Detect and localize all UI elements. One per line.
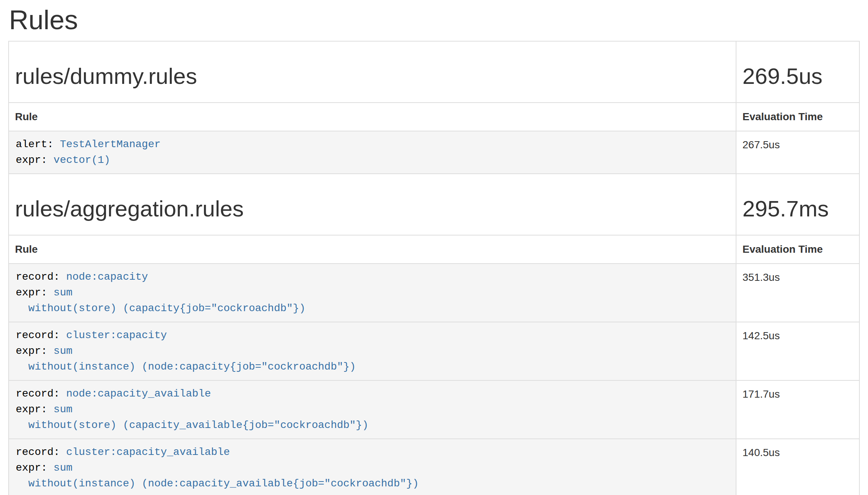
rules-table: rules/dummy.rules 269.5us Rule Evaluatio…: [8, 41, 860, 495]
rule-group-header-row: rules/aggregation.rules 295.7ms: [9, 174, 859, 235]
rule-group-file: rules/dummy.rules: [15, 64, 730, 89]
rule-definition-cell: record: node:capacity expr: sum without(…: [9, 264, 736, 322]
rule-definition-cell: alert: TestAlertManager expr: vector(1): [9, 131, 736, 174]
rule-row: alert: TestAlertManager expr: vector(1) …: [9, 131, 859, 174]
rule-group-eval-time: 295.7ms: [742, 197, 853, 221]
rule-eval-time: 267.5us: [736, 131, 859, 174]
rule-field-key: record:: [16, 388, 60, 400]
rule-eval-time: 351.3us: [736, 264, 859, 322]
rule-value-link[interactable]: sum without(store) (capacity_available{j…: [16, 404, 368, 431]
column-header-row: Rule Evaluation Time: [9, 235, 859, 264]
rule-field-key: expr:: [16, 345, 47, 357]
rule-eval-time: 171.7us: [736, 380, 859, 439]
rule-value-link[interactable]: vector(1): [54, 154, 110, 166]
column-header-row: Rule Evaluation Time: [9, 103, 859, 131]
rule-definition-cell: record: node:capacity_available expr: su…: [9, 380, 736, 439]
rule-field-key: record:: [16, 446, 60, 458]
rule-definition: record: node:capacity expr: sum without(…: [16, 269, 729, 316]
rule-definition: record: cluster:capacity expr: sum witho…: [16, 328, 729, 375]
rule-value-link[interactable]: sum without(store) (capacity{job="cockro…: [16, 287, 305, 314]
rule-field-key: expr:: [16, 404, 47, 415]
rule-definition-cell: record: cluster:capacity expr: sum witho…: [9, 322, 736, 380]
rule-group-file-cell: rules/dummy.rules: [9, 41, 736, 103]
rule-group-header-row: rules/dummy.rules 269.5us: [9, 41, 859, 103]
rule-definition: alert: TestAlertManager expr: vector(1): [16, 137, 729, 168]
rule-eval-time: 140.5us: [736, 439, 859, 495]
rules-page: Rules rules/dummy.rules 269.5us Rule Eva…: [0, 5, 868, 495]
evaluation-time-column-header: Evaluation Time: [736, 103, 859, 131]
rule-group-eval-time-cell: 269.5us: [736, 41, 859, 103]
rule-value-link[interactable]: cluster:capacity: [66, 330, 167, 341]
rule-group-eval-time-cell: 295.7ms: [736, 174, 859, 235]
rule-field-key: expr:: [16, 287, 47, 298]
rule-eval-time: 142.5us: [736, 322, 859, 380]
evaluation-time-column-header: Evaluation Time: [736, 235, 859, 264]
rule-field-key: expr:: [16, 462, 47, 474]
rule-column-header: Rule: [9, 103, 736, 131]
rule-field-key: record:: [16, 271, 60, 283]
rule-row: record: node:capacity expr: sum without(…: [9, 264, 859, 322]
rule-row: record: node:capacity_available expr: su…: [9, 380, 859, 439]
rule-value-link[interactable]: sum without(instance) (node:capacity{job…: [16, 345, 356, 373]
page-title: Rules: [9, 5, 859, 35]
rule-row: record: cluster:capacity_available expr:…: [9, 439, 859, 495]
rule-value-link[interactable]: cluster:capacity_available: [66, 446, 230, 458]
rule-group-file-cell: rules/aggregation.rules: [9, 174, 736, 235]
rule-definition: record: cluster:capacity_available expr:…: [16, 444, 729, 492]
rule-group-eval-time: 269.5us: [742, 64, 853, 89]
rule-row: record: cluster:capacity expr: sum witho…: [9, 322, 859, 380]
rule-definition: record: node:capacity_available expr: su…: [16, 386, 729, 433]
rule-field-key: record:: [16, 330, 60, 341]
rule-value-link[interactable]: node:capacity: [66, 271, 148, 283]
rule-field-key: alert:: [16, 139, 54, 150]
rule-definition-cell: record: cluster:capacity_available expr:…: [9, 439, 736, 495]
rule-value-link[interactable]: node:capacity_available: [66, 388, 211, 400]
rule-field-key: expr:: [16, 154, 47, 166]
rule-group-file: rules/aggregation.rules: [15, 197, 730, 221]
rule-value-link[interactable]: TestAlertManager: [60, 139, 161, 150]
rule-value-link[interactable]: sum without(instance) (node:capacity_ava…: [16, 462, 419, 489]
rule-column-header: Rule: [9, 235, 736, 264]
